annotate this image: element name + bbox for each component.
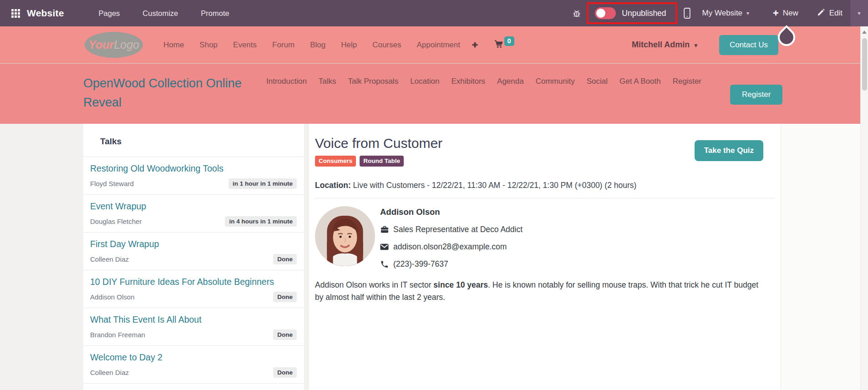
app-title[interactable]: Website	[27, 8, 64, 19]
register-button[interactable]: Register	[730, 85, 782, 105]
speaker-bio: Addison Olson works in IT sector since 1…	[315, 279, 765, 304]
new-button[interactable]: ✚New	[773, 9, 798, 18]
talk-speaker: Colleen Diaz	[90, 255, 129, 263]
location-value: Live with Customers - 12/22/21, 11:30 AM…	[351, 181, 637, 190]
talks-sidebar: Talks Restoring Old Woodworking Tools Fl…	[83, 124, 304, 390]
envelope-icon	[380, 243, 389, 250]
talk-location: Location: Live with Customers - 12/22/21…	[315, 181, 781, 190]
speaker-card: Addison Olson Sales Representative at De…	[309, 198, 781, 269]
talk-speaker: Addison Olson	[90, 293, 135, 301]
menu-promote[interactable]: Promote	[201, 9, 229, 18]
event-title-link[interactable]: OpenWood Collection Online Reveal	[83, 74, 247, 112]
event-menu-location[interactable]: Location	[410, 77, 439, 86]
talk-title-link[interactable]: 10 DIY Furniture Ideas For Absolute Begi…	[90, 276, 297, 287]
backend-toolbar: Website Pages Customize Promote Unpublis…	[0, 0, 868, 26]
toolbar-more-dropdown[interactable]: ▾	[850, 0, 868, 26]
cart-icon	[494, 40, 503, 50]
nav-item-courses[interactable]: Courses	[372, 41, 401, 50]
event-header: OpenWood Collection Online Reveal Introd…	[0, 63, 868, 124]
talk-speaker: Colleen Diaz	[90, 369, 129, 376]
talk-title-link[interactable]: First Day Wrapup	[90, 238, 297, 249]
talk-status-badge: Done	[273, 254, 297, 264]
speaker-info: Addison Olson Sales Representative at De…	[380, 206, 523, 269]
main-menu: Home Shop Events Forum Blog Help Courses…	[163, 41, 460, 50]
apps-grid-icon[interactable]	[11, 9, 20, 18]
scrollbar-thumb[interactable]	[862, 38, 867, 91]
publish-status-label: Unpublished	[622, 9, 666, 18]
site-logo[interactable]: YourLogo	[85, 32, 143, 58]
location-label: Location:	[315, 181, 351, 190]
mobile-preview-icon[interactable]	[684, 8, 690, 19]
plus-icon: ✚	[773, 9, 779, 17]
bug-icon[interactable]	[572, 9, 581, 18]
talk-detail-panel: Voice from Customer Consumers Round Tabl…	[309, 124, 860, 390]
nav-item-blog[interactable]: Blog	[310, 41, 325, 50]
nav-item-events[interactable]: Events	[233, 41, 257, 50]
event-menu-register[interactable]: Register	[673, 77, 701, 86]
toggle-knob	[596, 9, 605, 18]
talk-status-badge: in 1 hour in 1 minute	[228, 178, 297, 189]
website-navbar: YourLogo Home Shop Events Forum Blog Hel…	[0, 26, 868, 63]
cart-count-badge: 0	[504, 36, 514, 46]
talk-title-link[interactable]: Event Wrapup	[90, 201, 297, 212]
talks-heading: Talks	[83, 124, 304, 157]
tag-round-table: Round Table	[360, 156, 404, 167]
backend-toolbar-right: Unpublished My Website▾ ✚New Edit ▾	[572, 0, 868, 26]
speaker-email-row: addison.olson28@example.com	[380, 242, 523, 252]
cart-button[interactable]: 0	[494, 40, 514, 50]
nav-item-home[interactable]: Home	[163, 41, 184, 50]
nav-item-shop[interactable]: Shop	[199, 41, 218, 50]
talk-list-item[interactable]: Welcome to Day 2 Colleen Diaz Done	[83, 346, 304, 384]
talk-list-item[interactable]: Event Wrapup Douglas Fletcher in 4 hours…	[83, 195, 304, 233]
speaker-job: Sales Representative at Deco Addict	[393, 225, 523, 234]
talk-list-item[interactable]: First Day Wrapup Colleen Diaz Done	[83, 233, 304, 270]
speaker-job-row: Sales Representative at Deco Addict	[380, 225, 523, 234]
publish-toggle[interactable]	[595, 7, 616, 19]
publish-highlight-box: Unpublished	[587, 2, 677, 24]
event-menu-agenda[interactable]: Agenda	[497, 77, 524, 86]
talk-list-item[interactable]: Restoring Old Woodworking Tools Floyd St…	[83, 157, 304, 195]
event-menu-exhibitors[interactable]: Exhibitors	[451, 77, 485, 86]
talk-status-badge: Done	[273, 329, 297, 340]
chevron-down-icon: ▾	[746, 10, 749, 16]
briefcase-icon	[380, 226, 389, 233]
talk-title-link[interactable]: Welcome to Day 2	[90, 352, 297, 363]
website-switcher[interactable]: My Website▾	[702, 9, 750, 18]
talk-list-item[interactable]: What This Event Is All About Brandon Fre…	[83, 308, 304, 346]
contact-us-button[interactable]: Contact Us	[719, 35, 778, 55]
scrollbar-up-arrow[interactable]	[862, 30, 867, 34]
edit-button[interactable]: Edit	[817, 8, 843, 18]
speaker-avatar	[315, 206, 375, 266]
nav-item-help[interactable]: Help	[341, 41, 357, 50]
talk-speaker: Douglas Fletcher	[90, 218, 142, 225]
event-menu-talk-proposals[interactable]: Talk Proposals	[348, 77, 399, 86]
speaker-phone[interactable]: (223)-399-7637	[393, 259, 448, 269]
talk-speaker: Brandon Freeman	[90, 331, 145, 339]
event-menu: Introduction Talks Talk Proposals Locati…	[266, 77, 726, 86]
add-menu-item-icon[interactable]: ✚	[472, 41, 478, 49]
user-menu[interactable]: Mitchell Admin▾	[632, 40, 697, 50]
speaker-email[interactable]: addison.olson28@example.com	[393, 242, 507, 252]
menu-pages[interactable]: Pages	[99, 9, 120, 18]
take-the-quiz-button[interactable]: Take the Quiz	[695, 140, 763, 161]
event-menu-introduction[interactable]: Introduction	[266, 77, 307, 86]
nav-item-forum[interactable]: Forum	[272, 41, 294, 50]
talk-list-item[interactable]: 10 DIY Furniture Ideas For Absolute Begi…	[83, 270, 304, 308]
talk-status-badge: in 4 hours in 1 minute	[225, 216, 297, 227]
event-menu-community[interactable]: Community	[536, 77, 575, 86]
event-menu-social[interactable]: Social	[587, 77, 608, 86]
menu-customize[interactable]: Customize	[142, 9, 178, 18]
page-scrollbar[interactable]	[860, 26, 868, 390]
talk-title-link[interactable]: What This Event Is All About	[90, 314, 297, 325]
chevron-down-icon: ▾	[858, 10, 860, 16]
event-menu-talks[interactable]: Talks	[319, 77, 336, 86]
backend-menu: Pages Customize Promote	[99, 9, 229, 18]
event-menu-get-a-booth[interactable]: Get A Booth	[619, 77, 661, 86]
talk-title-link[interactable]: Restoring Old Woodworking Tools	[90, 163, 297, 174]
talk-status-badge: Done	[273, 292, 297, 302]
speaker-name: Addison Olson	[380, 207, 523, 217]
phone-icon	[380, 260, 389, 268]
logo-text-your: Your	[88, 38, 114, 51]
speaker-phone-row: (223)-399-7637	[380, 259, 523, 269]
nav-item-appointment[interactable]: Appointment	[416, 41, 460, 50]
